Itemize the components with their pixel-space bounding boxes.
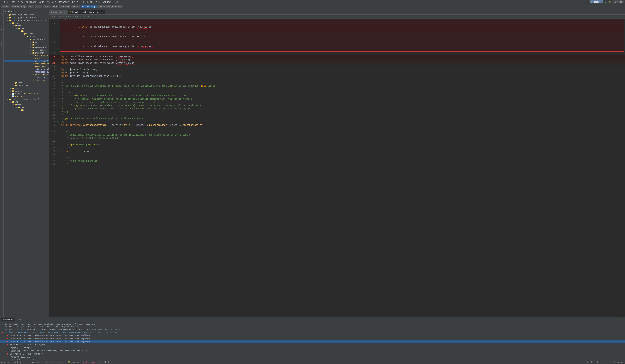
msg-info-1[interactable]: ℹ Information: java: Errors occurred whi… — [0, 323, 625, 325]
menu-code[interactable]: Code — [38, 0, 45, 4]
tree-item-ser-factory[interactable]: C SerializeFactory — [4, 76, 49, 79]
editor-content[interactable]: 19 20 import com.alibaba.nacos.consisten… — [49, 19, 625, 317]
menu-window[interactable]: Window — [101, 0, 111, 4]
tree-item-consistency[interactable]: ▼ 📁 consistency [nacos-consistency] — [4, 19, 49, 22]
tree-item-java[interactable]: ▼ 📁 java — [4, 27, 49, 30]
tree-item-id-gen[interactable]: I IdGenerator — [4, 65, 49, 68]
status-encoding[interactable]: UTF-8 — [597, 361, 603, 363]
tree-item-req-proc[interactable]: I RequestProcessor — [4, 73, 49, 76]
side-tab-structure[interactable]: Structure — [0, 36, 3, 48]
tree-item-ap[interactable]: ▶ 📁 ap — [4, 41, 49, 43]
tree-item-data-op[interactable]: I DataOperation — [4, 62, 49, 65]
tree-item-cp[interactable]: ▶ 📁 cp — [4, 43, 49, 46]
msg-error-2[interactable]: ● Error:(20, 44) java: 程序包com.alibaba.na… — [0, 337, 625, 340]
tree-item-exception[interactable]: ▶ 📁 exception — [4, 46, 49, 49]
msg-file-link[interactable]: ● F:\学习\nacos\consistency\src\main\java\… — [0, 331, 625, 334]
menu-run[interactable]: Run — [80, 0, 86, 4]
breadcrumb-consistency-protocol[interactable]: ConsistencyProtocol — [66, 15, 89, 18]
status-indent[interactable]: 4 spaces — [614, 361, 624, 363]
toolbar-consistency-protocol[interactable]: ConsistencyProtocol — [97, 5, 123, 8]
tree-item-common[interactable]: ▶ 📁 common [nacos-common] — [4, 13, 49, 16]
tree-item-src[interactable]: ▼ 📁 src — [4, 22, 49, 24]
toolbar-com[interactable]: com — [52, 5, 58, 8]
msg-info-2[interactable]: ℹ Information: javac 1.8.0_131 was used … — [0, 325, 625, 328]
msg-error-5[interactable]: ● Error:(72, 5) java: 找不到符号 — [0, 352, 625, 356]
tree-item-pom[interactable]: ▶ 📄 pom.xml — [4, 95, 49, 98]
run-button[interactable]: ▶ — [604, 0, 607, 4]
left-icon-1[interactable]: ▶ — [0, 12, 3, 15]
debug-button[interactable]: 🐛 — [608, 0, 613, 4]
jrebel-label[interactable]: JRebel — [613, 0, 624, 3]
tab-consistency-close[interactable]: ✕ — [102, 11, 103, 13]
menu-analyze[interactable]: Analyze — [46, 0, 57, 4]
tree-item-console-java[interactable]: ▼ 📁 java — [4, 106, 49, 109]
tab-nacos-java[interactable]: J Nacos.java ✕ — [49, 10, 68, 14]
tree-item-console-src[interactable]: ▼ 📁 src — [4, 100, 49, 103]
toolbar-main[interactable]: main — [35, 5, 43, 8]
tree-item-proto[interactable]: ▶ 📁 proto — [4, 82, 49, 84]
tree-item-config-cls[interactable]: I Config — [4, 57, 49, 60]
tree-item-console-com[interactable]: ▼ 📁 com — [4, 109, 49, 111]
status-vc[interactable]: ▶ Version Control — [1, 361, 22, 363]
menu-view[interactable]: View — [17, 0, 25, 4]
left-icon-4[interactable]: Structure — [0, 26, 3, 29]
tab-consistency-protocol[interactable]: I ConsistencyProtocol.java ✕ — [68, 10, 105, 14]
toolbar-nacos2[interactable]: nacos — [71, 5, 80, 8]
tree-item-serialize[interactable]: ▶ 📁 serialize — [4, 49, 49, 52]
breadcrumb-consistency[interactable]: consistency — [50, 15, 64, 18]
toolbar-consistency2[interactable]: consistency — [81, 5, 97, 8]
toolbar-nacos[interactable]: nacos — [1, 5, 10, 8]
line-34: 34 * the log is stored, and the snapshot… — [49, 100, 625, 104]
status-terminal[interactable]: ⬛ Terminal — [26, 361, 39, 363]
line-49: 49 ● void init(T config); — [49, 150, 625, 153]
menu-edit[interactable]: Edit — [9, 0, 17, 4]
menu-tools[interactable]: Tools — [86, 0, 95, 4]
menu-build[interactable]: Build — [70, 0, 79, 4]
tree-item-protocol-meta[interactable]: C ProtocolMetaData — [4, 68, 49, 71]
bottom-minimize[interactable]: − — [622, 318, 624, 321]
toolbar-consistency[interactable]: consistency — [11, 5, 27, 8]
tree-item-iml[interactable]: ▶ 📄 nacos-consistency.iml — [4, 92, 49, 95]
editor-line-20: 20 import com.alibaba.nacos.consistency.… — [60, 22, 624, 32]
tree-item-consistency-protocol[interactable]: I ConsistencyProtocol — [4, 60, 49, 62]
toolbar-src[interactable]: src — [28, 5, 34, 8]
toolbar-alibaba[interactable]: alibaba — [59, 5, 70, 8]
bottom-tab-messages[interactable]: Messages — [1, 318, 15, 321]
tree-item-consistency-pkg[interactable]: ▼ 📁 consistency — [4, 38, 49, 41]
tree-item-com[interactable]: ▼ 📁 com — [4, 30, 49, 32]
status-java-enterprise[interactable]: ☕ Java Enterprise — [43, 361, 64, 363]
tree-item-config[interactable]: ▶ 📁 config [nacos-config] — [4, 16, 49, 19]
tree-item-alibaba[interactable]: ▼ 📁 alibaba — [4, 32, 49, 35]
build-messages[interactable]: ℹ Information: java: Errors occurred whi… — [0, 322, 625, 364]
tab-nacos-java-close[interactable]: ✕ — [65, 11, 66, 13]
run-config-label[interactable]: ▶ Nacos ▾ — [590, 0, 603, 3]
menu-file[interactable]: File — [1, 0, 9, 4]
left-icon-2[interactable]: ◀ — [0, 15, 3, 18]
tree-item-resources[interactable]: ▶ 📁 resources — [4, 84, 49, 87]
status-messages-count[interactable]: ⊗ 0 Messages — [83, 361, 97, 363]
tree-item-proto-msg[interactable]: C ProtoMessageUtil — [4, 71, 49, 73]
toolbar-java[interactable]: java — [43, 5, 51, 8]
msg-error-3[interactable]: ● Error:(21, 44) java: 程序包com.alibaba.na… — [0, 340, 625, 343]
status-line-sep[interactable]: LF — [607, 361, 610, 363]
tree-item-nacos[interactable]: ▼ 📁 nacos — [4, 35, 49, 38]
msg-error-4[interactable]: ● Error:(72, 22) java: 找不到符号 — [0, 343, 625, 346]
left-icon-3[interactable]: ⚙ — [0, 19, 3, 22]
tree-item-command-ops[interactable]: I CommandOperations — [4, 54, 49, 57]
tree-item-console[interactable]: ▼ 📁 console [nacos-console] — [4, 98, 49, 100]
msg-info-3[interactable]: ℹ Information: 2023/1/18 19:51 - Compila… — [0, 328, 625, 331]
tree-item-console-main[interactable]: ▼ 📁 main — [4, 103, 49, 106]
status-todo[interactable]: ☐ TODO — [102, 361, 109, 363]
menu-refactor[interactable]: Refactor — [57, 0, 70, 4]
menu-navigate[interactable]: Navigate — [25, 0, 38, 4]
tree-item-snapshot[interactable]: ▶ 📁 snapshot — [4, 52, 49, 54]
bottom-tab-build-close[interactable]: Build ✕ — [16, 318, 23, 320]
tree-item-serializer[interactable]: I Serializer — [4, 79, 49, 82]
menu-vcs[interactable]: VCS — [95, 0, 101, 4]
tree-item-test[interactable]: ▶ 📁 test — [4, 87, 49, 90]
tree-item-target[interactable]: ▶ 📁 target — [4, 90, 49, 92]
msg-error-1[interactable]: ● Error:(19, 44) java: 程序包com.alibaba.na… — [0, 334, 625, 337]
status-spring[interactable]: 🌱 Spring — [68, 361, 79, 363]
tree-item-main[interactable]: ▼ 📁 main — [4, 24, 49, 27]
menu-help[interactable]: Help — [112, 0, 120, 4]
